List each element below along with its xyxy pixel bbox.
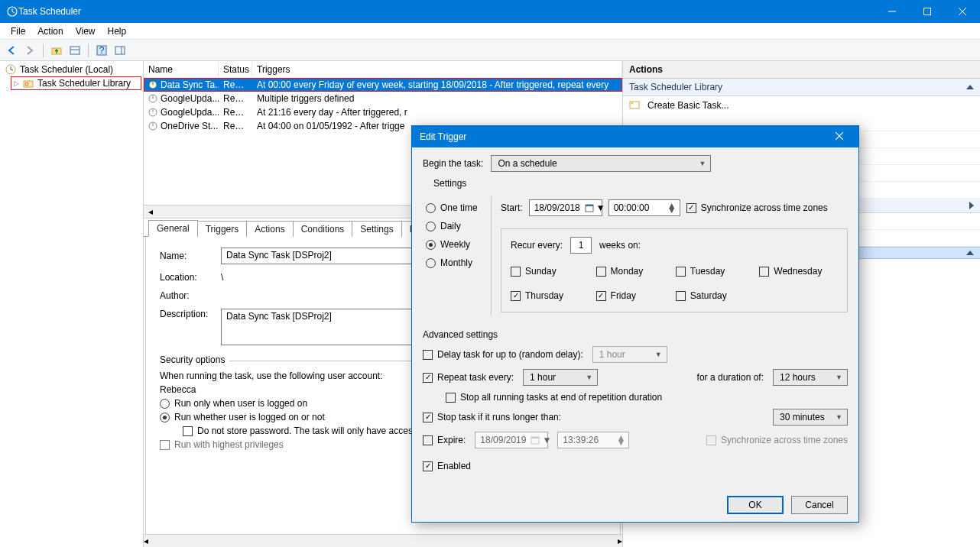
- name-label: Name:: [160, 251, 210, 261]
- minimize-button[interactable]: [875, 0, 910, 23]
- task-icon: [148, 79, 157, 91]
- panel-toggle-icon[interactable]: [67, 42, 83, 59]
- expand-icon[interactable]: [969, 202, 974, 209]
- day-tuesday[interactable]: Tuesday: [676, 266, 743, 277]
- freq-weekly[interactable]: Weekly: [426, 239, 491, 250]
- clock-icon: [5, 63, 17, 76]
- task-icon: [148, 120, 157, 132]
- expire-time-input: 13:39:26 ▲▼: [557, 432, 629, 448]
- svg-text:?: ?: [99, 45, 105, 56]
- stop-longer-check[interactable]: Stop task if it runs longer than:: [423, 412, 561, 422]
- repeat-select[interactable]: 1 hour▼: [523, 369, 598, 386]
- col-name[interactable]: Name: [144, 63, 219, 76]
- help-icon[interactable]: ?: [93, 42, 110, 59]
- collapse-icon[interactable]: [966, 85, 974, 89]
- settings-label: Settings: [433, 178, 848, 189]
- duration-select[interactable]: 12 hours▼: [773, 369, 848, 386]
- begin-task-select[interactable]: On a schedule▼: [491, 155, 711, 172]
- svg-rect-4: [924, 8, 931, 15]
- svg-rect-8: [70, 47, 80, 54]
- scroll-right-icon[interactable]: ▸: [618, 536, 622, 546]
- tree-library-label: Task Scheduler Library: [37, 78, 131, 89]
- svg-rect-32: [586, 205, 593, 206]
- stop-all-check[interactable]: Stop all running tasks at end of repetit…: [446, 392, 662, 403]
- freq-monthly[interactable]: Monthly: [426, 257, 491, 268]
- actions-header: Actions: [623, 61, 980, 79]
- back-button[interactable]: [3, 42, 20, 59]
- tab-settings[interactable]: Settings: [352, 221, 401, 237]
- tab-conditions[interactable]: Conditions: [293, 221, 353, 237]
- expire-date-input: 18/09/2019 ▼: [475, 432, 548, 448]
- wizard-icon: [629, 99, 641, 112]
- advanced-label: Advanced settings: [423, 329, 848, 340]
- recur-label: Recur every:: [511, 240, 563, 251]
- description-label: Description:: [160, 309, 210, 319]
- day-sunday[interactable]: Sunday: [511, 266, 579, 277]
- tree-root[interactable]: Task Scheduler (Local): [2, 63, 141, 76]
- repeat-check[interactable]: Repeat task every:: [423, 372, 514, 383]
- tab-triggers[interactable]: Triggers: [197, 221, 248, 237]
- svg-rect-34: [531, 437, 539, 439]
- tree-root-label: Task Scheduler (Local): [20, 64, 113, 75]
- delay-check[interactable]: Delay task for up to (random delay):: [423, 349, 583, 360]
- details-hscroll[interactable]: ◂ ▸: [144, 534, 622, 547]
- tree-library[interactable]: ▷ Task Scheduler Library: [11, 76, 141, 90]
- dialog-close-button[interactable]: [828, 131, 851, 142]
- window-title: Task Scheduler: [18, 6, 875, 17]
- day-wednesday[interactable]: Wednesday: [759, 266, 838, 277]
- stop-longer-select[interactable]: 30 minutes▼: [773, 409, 848, 426]
- close-button[interactable]: [945, 0, 980, 23]
- col-triggers[interactable]: Triggers: [252, 63, 622, 76]
- day-saturday[interactable]: Saturday: [676, 290, 743, 301]
- calendar-icon: [531, 435, 540, 445]
- author-label: Author:: [160, 290, 210, 301]
- sync-tz-check[interactable]: Synchronize across time zones: [686, 202, 828, 213]
- day-monday[interactable]: Monday: [596, 266, 659, 277]
- panel-right-icon[interactable]: [112, 42, 128, 59]
- task-row[interactable]: Data Sync Ta... Ready At 00:00 every Fri…: [144, 78, 622, 92]
- svg-line-2: [12, 11, 15, 13]
- menu-view[interactable]: View: [70, 24, 102, 38]
- ok-button[interactable]: OK: [727, 496, 784, 514]
- folder-up-icon[interactable]: [48, 42, 65, 59]
- menu-action[interactable]: Action: [31, 24, 69, 38]
- start-date-input[interactable]: 18/09/2018 ▼: [529, 199, 602, 216]
- menu-file[interactable]: File: [5, 24, 31, 38]
- library-icon: [22, 77, 34, 89]
- maximize-button[interactable]: [910, 0, 945, 23]
- collapse-icon[interactable]: [966, 251, 974, 255]
- actions-section[interactable]: Task Scheduler Library: [623, 79, 980, 96]
- menu-help[interactable]: Help: [102, 24, 133, 38]
- task-row[interactable]: GoogleUpda... Ready Multiple triggers de…: [144, 92, 622, 105]
- dialog-titlebar[interactable]: Edit Trigger: [412, 126, 858, 147]
- task-row[interactable]: GoogleUpda... Ready At 21:16 every day -…: [144, 105, 622, 119]
- tab-general[interactable]: General: [148, 220, 198, 237]
- expire-check[interactable]: Expire:: [423, 435, 466, 445]
- freq-onetime[interactable]: One time: [426, 202, 491, 213]
- day-thursday[interactable]: Thursday: [511, 290, 579, 301]
- cancel-button[interactable]: Cancel: [791, 496, 848, 514]
- action-create-basic-task[interactable]: Create Basic Task...: [623, 96, 980, 115]
- enabled-check[interactable]: Enabled: [423, 461, 471, 471]
- col-status[interactable]: Status: [219, 63, 252, 76]
- recur-value[interactable]: 1: [570, 237, 592, 254]
- menubar: File Action View Help: [0, 23, 980, 40]
- expand-icon[interactable]: ▷: [14, 79, 19, 87]
- start-time-input[interactable]: 00:00:00 ▲▼: [608, 199, 680, 216]
- location-value: \: [221, 272, 223, 283]
- scroll-left-icon[interactable]: ◂: [144, 536, 148, 546]
- edit-trigger-dialog: Edit Trigger Begin the task: On a schedu…: [411, 125, 859, 523]
- begin-task-label: Begin the task:: [423, 158, 483, 169]
- start-label: Start:: [501, 202, 523, 213]
- scroll-left-icon[interactable]: ◂: [144, 206, 157, 218]
- forward-button[interactable]: [21, 42, 38, 59]
- tab-actions[interactable]: Actions: [246, 221, 293, 237]
- task-icon: [148, 92, 157, 105]
- svg-point-28: [631, 102, 634, 105]
- navigation-tree: Task Scheduler (Local) ▷ Task Scheduler …: [0, 61, 144, 547]
- freq-daily[interactable]: Daily: [426, 221, 491, 231]
- sync-tz2-check: Synchronize across time zones: [706, 435, 848, 445]
- weeks-on-label: weeks on:: [599, 240, 641, 251]
- task-icon: [148, 106, 157, 118]
- day-friday[interactable]: Friday: [596, 290, 659, 301]
